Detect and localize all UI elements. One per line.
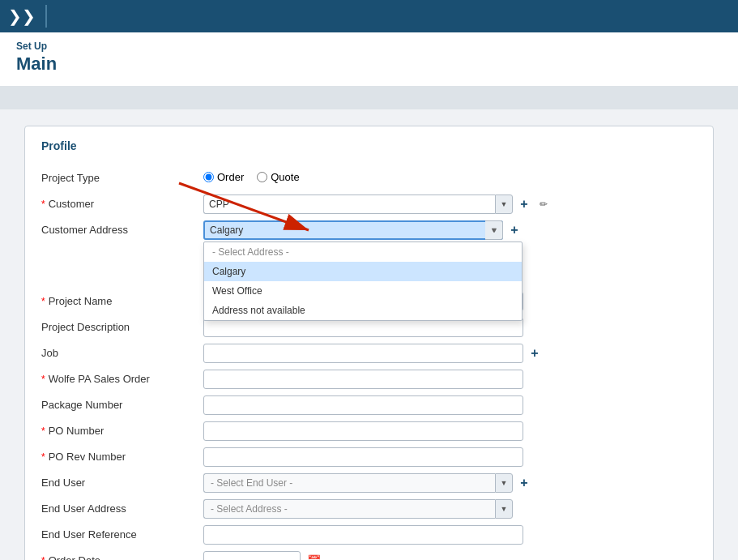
order-date-calendar-icon[interactable]: 📅 (307, 554, 321, 560)
end-user-add-button[interactable]: + (516, 475, 532, 491)
customer-row: *Customer ▼ + ✏ (41, 195, 697, 216)
customer-address-label: Customer Address (41, 220, 203, 236)
po-rev-number-label: *PO Rev Number (41, 447, 203, 463)
end-user-select-wrapper: - Select End User - ▼ (203, 473, 513, 493)
dropdown-item-placeholder[interactable]: - Select Address - (204, 242, 522, 262)
customer-label: *Customer (41, 195, 203, 210)
customer-address-dropdown: - Select Address - Calgary West Office A… (203, 242, 523, 321)
logo-icon: ❯❯ (8, 6, 36, 26)
order-date-control: 📅 (203, 551, 697, 560)
dropdown-item-address-na[interactable]: Address not available (204, 301, 522, 320)
job-add-button[interactable]: + (527, 345, 543, 361)
wolfe-required: * (41, 374, 45, 385)
po-rev-number-row: *PO Rev Number (41, 447, 697, 468)
customer-address-select-wrapper: ▼ (203, 220, 503, 240)
page-title: Main (16, 53, 722, 75)
customer-address-add-button[interactable]: + (506, 222, 523, 238)
radio-order[interactable]: Order (203, 171, 244, 183)
end-user-address-control: - Select Address - ▼ (203, 499, 697, 519)
dropdown-item-west-office[interactable]: West Office (204, 281, 522, 301)
project-type-row: Project Type Order Quote (41, 169, 697, 190)
radio-quote-input[interactable] (257, 172, 267, 182)
end-user-address-select-wrapper: - Select Address - ▼ (203, 499, 513, 519)
end-user-control: - Select End User - ▼ + (203, 473, 697, 493)
end-user-address-row: End User Address - Select Address - ▼ (41, 499, 697, 520)
customer-input[interactable] (203, 195, 495, 214)
project-description-label: Project Description (41, 318, 203, 333)
radio-order-label: Order (217, 171, 244, 183)
customer-address-dropdown-btn[interactable]: ▼ (485, 220, 503, 240)
job-control: + (203, 344, 697, 363)
po-number-control (203, 421, 697, 441)
package-number-label: Package Number (41, 395, 203, 411)
main-content: Profile Project Type Order Quote (0, 109, 738, 560)
end-user-address-dropdown-btn[interactable]: ▼ (495, 499, 513, 519)
job-input[interactable] (203, 344, 523, 363)
end-user-address-label: End User Address (41, 499, 203, 515)
package-number-row: Package Number (41, 395, 697, 417)
profile-section-title: Profile (41, 139, 697, 157)
profile-card: Profile Project Type Order Quote (24, 126, 714, 560)
customer-address-input[interactable] (203, 220, 503, 240)
customer-control: ▼ + ✏ (203, 195, 697, 214)
end-user-reference-label: End User Reference (41, 525, 203, 541)
package-number-control (203, 395, 697, 415)
end-user-dropdown-btn[interactable]: ▼ (495, 473, 513, 493)
end-user-row: End User - Select End User - ▼ + (41, 473, 697, 494)
page-header: Set Up Main (0, 32, 738, 87)
radio-quote-label: Quote (271, 171, 299, 183)
top-bar: ❯❯ (0, 0, 738, 32)
end-user-reference-input[interactable] (203, 525, 523, 545)
project-type-radio-group: Order Quote (203, 169, 300, 183)
project-name-required: * (41, 296, 45, 307)
order-date-required: * (41, 555, 45, 560)
wolfe-sales-order-control (203, 370, 697, 389)
radio-order-input[interactable] (203, 172, 214, 182)
customer-address-control: ▼ + - Select Address - Calgary West Offi… (203, 220, 697, 240)
order-date-row: *Order Date 📅 (41, 551, 697, 560)
project-type-control: Order Quote (203, 169, 697, 183)
po-number-input[interactable] (203, 421, 523, 441)
customer-edit-button[interactable]: ✏ (535, 196, 552, 212)
order-date-input[interactable] (203, 551, 301, 560)
po-rev-required: * (41, 451, 45, 463)
customer-select-wrapper: ▼ (203, 195, 513, 214)
end-user-reference-row: End User Reference (41, 525, 697, 546)
wolfe-sales-order-input[interactable] (203, 370, 523, 389)
dropdown-item-calgary[interactable]: Calgary (204, 262, 522, 281)
job-row: Job + (41, 344, 697, 365)
po-required: * (41, 425, 45, 437)
top-bar-divider (45, 5, 47, 28)
customer-dropdown-btn[interactable]: ▼ (495, 195, 513, 214)
project-name-label: *Project Name (41, 292, 203, 307)
customer-add-button[interactable]: + (516, 196, 532, 212)
end-user-reference-control (203, 525, 697, 545)
project-type-label: Project Type (41, 169, 203, 184)
order-date-label: *Order Date (41, 551, 203, 560)
wolfe-sales-order-row: *Wolfe PA Sales Order (41, 370, 697, 391)
po-number-label: *PO Number (41, 421, 203, 437)
separator-bar (0, 87, 738, 109)
customer-required: * (41, 199, 45, 210)
end-user-address-display[interactable]: - Select Address - (203, 499, 495, 519)
po-number-row: *PO Number (41, 421, 697, 442)
radio-quote[interactable]: Quote (257, 171, 299, 183)
package-number-input[interactable] (203, 395, 523, 415)
customer-address-row: Customer Address ▼ + - Select Address - … (41, 220, 697, 242)
wolfe-sales-order-label: *Wolfe PA Sales Order (41, 370, 203, 385)
end-user-label: End User (41, 473, 203, 489)
job-label: Job (41, 344, 203, 359)
po-rev-number-control (203, 447, 697, 467)
po-rev-number-input[interactable] (203, 447, 523, 467)
setup-label: Set Up (16, 41, 722, 52)
end-user-display[interactable]: - Select End User - (203, 473, 495, 493)
